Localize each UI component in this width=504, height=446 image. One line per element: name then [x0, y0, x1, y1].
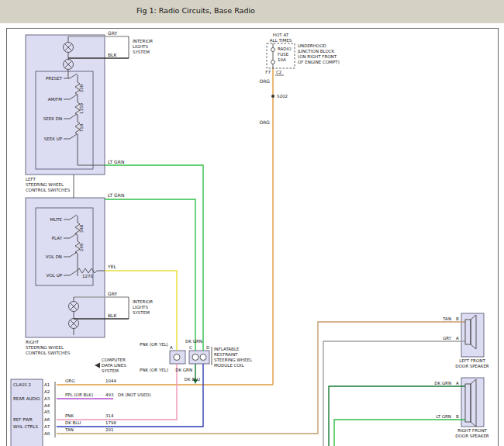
pin-label: A1: [44, 382, 50, 387]
pin-label: A8: [44, 431, 50, 436]
fuse-label: RADIO: [278, 47, 292, 51]
resistor-value: 249: [79, 243, 84, 251]
wire-label-dkgrn: DK GRN: [185, 339, 202, 344]
coil-terminal-c: C: [189, 345, 192, 350]
wire-label-pnk-or-yel: PNK (OR YEL): [140, 368, 168, 372]
wire-label-tan: TAN: [64, 427, 74, 432]
pin-label: A6: [44, 417, 50, 422]
wire-label-dkblu: DK BLU: [65, 420, 81, 425]
circuit-number: 1044: [105, 379, 116, 383]
interior-lights-note: INTERIOR: [133, 299, 153, 304]
interior-lights-note: LIGHTS: [133, 305, 148, 309]
tan-wire: [57, 322, 465, 434]
coil-caption: STEERING WHEEL: [214, 358, 253, 362]
right-switch-caption: CONTROL SWITCHES: [26, 351, 71, 355]
left-switch-caption: STEERING WHEEL: [26, 182, 64, 187]
switch-label-seekdn: SEEK DN: [43, 116, 62, 121]
coil-caption: INFLATABLE: [214, 347, 240, 351]
pin-label: A5: [44, 410, 50, 414]
right-speaker-caption: DOOR SPEAKER: [455, 434, 489, 438]
right-switch-caption: STEERING WHEEL: [26, 345, 64, 350]
wire-label-tan: TAN: [442, 316, 451, 321]
left-speaker-caption: LEFT FRONT: [459, 358, 485, 363]
wire-label-blk: BLK: [108, 313, 117, 318]
switch-label-voldn: VOL DN: [46, 254, 62, 259]
left-switch-caption: CONTROL SWITCHES: [26, 188, 71, 192]
junction-block-note: OF ENGINE COMPT): [298, 60, 340, 64]
wire-label-dkblu: DK BLU: [185, 377, 200, 382]
computer-data-arrow-icon: [95, 363, 100, 368]
wire-label-dkgrn: DK GRN: [434, 381, 451, 385]
circuit-number: 493: [105, 392, 114, 397]
wire-label-pnk-or-yel: PNK (OR YEL): [140, 342, 168, 347]
speaker-terminal: B: [456, 316, 459, 321]
left-front-speaker-box: [461, 313, 484, 357]
connector-group-whl-ctrls: WHL CTRLS: [13, 424, 38, 429]
coil-terminal-a: A: [170, 345, 173, 350]
speaker-terminal: A: [456, 336, 459, 341]
left-switch-caption: LEFT: [26, 177, 36, 182]
right-switch-caption: RIGHT: [26, 340, 40, 344]
ltgrn-wires: [105, 165, 465, 446]
diagram-structure: [55, 36, 476, 437]
interior-lights-note: SYSTEM: [133, 310, 150, 315]
switch-label-mute: MUTE: [50, 217, 62, 222]
wire-label-gry: GRY: [108, 291, 117, 296]
pin-label: A4: [44, 403, 50, 408]
connector-c2: C2: [276, 70, 281, 74]
wire-label-org: ORG: [259, 119, 270, 125]
wire-label-ltgrn: LT GRN: [108, 192, 124, 198]
interior-lights-note: SYSTEM: [133, 50, 150, 54]
wire-label-org: ORG: [259, 78, 270, 84]
wire-label-ltgrn: LT GRN: [108, 159, 124, 164]
resistor-value: 1270: [82, 274, 93, 278]
not-used-note: D6 (NOT USED): [118, 392, 151, 397]
switch-label-seekup: SEEK UP: [44, 137, 63, 141]
junction-block-note: UNDERHOOD: [298, 43, 326, 48]
pin-label: A2: [44, 389, 50, 394]
computer-data-note: COMPUTER: [102, 358, 126, 362]
wire-label-ppl: PPL (OR BLK): [65, 392, 93, 397]
speaker-terminal: B: [456, 414, 459, 419]
fuse-rating: 10A: [278, 57, 286, 62]
pin-label: A7: [44, 424, 50, 429]
connector-group-rear-audio: REAR AUDIO: [13, 396, 40, 401]
resistor-value: 348: [79, 224, 84, 233]
wire-label-blk: BLK: [108, 52, 117, 57]
switch-label-preset: PRESET: [46, 76, 63, 81]
pin-label: A3: [44, 396, 50, 401]
resistor-value: 1150: [79, 103, 84, 114]
switch-label-play: PLAY: [52, 236, 63, 240]
circuit-number: 1798: [105, 420, 116, 425]
wire-label-gry: GRY: [443, 336, 452, 341]
wire-label-gry: GRY: [108, 30, 117, 36]
splice-label-s202: S202: [277, 94, 288, 99]
resistor-value: 330: [79, 84, 84, 92]
radio-connector-box: [11, 379, 43, 446]
connector-group-class2: CLASS 2: [13, 382, 31, 387]
splice-dot-s202: [271, 95, 274, 98]
right-speaker-caption: RIGHT FRONT: [457, 428, 487, 433]
wire-label-org: ORG: [65, 379, 74, 383]
wire-label-ltgrn: LT GRN: [436, 414, 451, 419]
wire-label-dkgrn: DK GRN: [175, 368, 192, 372]
wire-label-pnk: PNK: [65, 413, 74, 418]
circuit-number: 314: [105, 413, 114, 418]
coil-terminal-d: D: [206, 345, 209, 350]
hot-at-note: ALL TIMES: [270, 38, 292, 43]
junction-block-note: (ON RIGHT FRONT: [298, 54, 337, 59]
coil-caption: MODULE COIL: [214, 363, 244, 368]
switch-label-volup: VOL UP: [47, 273, 63, 278]
fuse-label: FUSE: [278, 52, 289, 57]
fuse-terminal-f7: F7: [265, 70, 271, 74]
hot-at-note: HOT AT: [273, 33, 289, 37]
computer-data-note: DATA LINES: [102, 363, 126, 368]
resistor-value: 710: [79, 123, 84, 132]
wiring-diagram: GRY BLK INTERIOR LIGHTS SYSTEM PRESET AM…: [0, 0, 504, 446]
wire-label-yel: YEL: [107, 264, 116, 269]
connector-group-ref-pwr: REF PWR: [13, 417, 33, 422]
switch-label-amfm: AM/FM: [48, 97, 63, 102]
computer-data-note: SYSTEM: [102, 368, 119, 373]
coil-caption: RESTRAINT: [214, 352, 238, 357]
junction-block-note: JUNCTION BLOCK: [297, 49, 335, 54]
